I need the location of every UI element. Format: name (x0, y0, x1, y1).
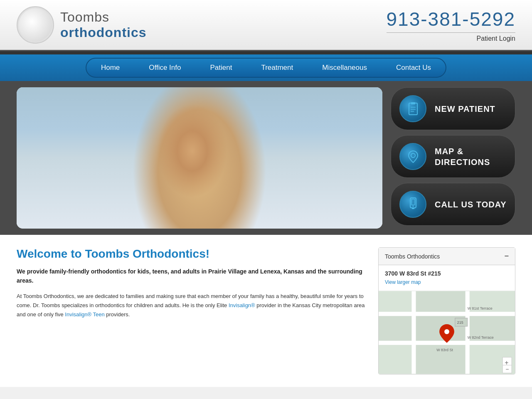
header-right: 913-381-5292 Patient Login (387, 8, 515, 42)
new-patient-icon (399, 95, 426, 122)
svg-text:+: + (505, 359, 508, 366)
logo-text: Toombs orthodontics (60, 10, 147, 40)
svg-text:215: 215 (457, 320, 463, 325)
hero-image (17, 87, 382, 229)
svg-rect-23 (409, 103, 417, 115)
welcome-title: Welcome to Toombs Orthodontics! (17, 247, 366, 261)
nav-inner: Home Office Info Patient Treatment Misce… (86, 58, 446, 78)
location-pin-icon (406, 149, 421, 164)
map-directions-icon (399, 143, 426, 170)
svg-rect-40 (379, 345, 412, 374)
map-address: 3700 W 83rd St #215 (385, 270, 509, 277)
nav-strip-dark (0, 51, 532, 54)
logo-toombs: Toombs (60, 10, 147, 25)
content-para-1: At Toombs Orthodontics, we are dedicated… (17, 292, 366, 319)
call-us-label: CALL US TODAY (435, 199, 507, 210)
svg-rect-37 (379, 316, 412, 341)
content-left: Welcome to Toombs Orthodontics! We provi… (17, 247, 366, 374)
nav-treatment[interactable]: Treatment (246, 59, 308, 77)
logo-area: Toombs orthodontics (17, 6, 147, 44)
map-header: Toombs Orthodontics − (379, 248, 515, 265)
svg-rect-30 (411, 199, 415, 205)
svg-point-31 (412, 205, 414, 207)
nav-home[interactable]: Home (86, 59, 134, 77)
svg-rect-35 (416, 291, 465, 312)
svg-rect-34 (379, 291, 412, 312)
new-patient-button[interactable]: NEW PATIENT (391, 87, 515, 130)
nav-miscellaneous[interactable]: Miscellaneous (308, 59, 382, 77)
hero-buttons: NEW PATIENT MAP & DIRECTIONS (391, 87, 515, 226)
phone-divider (387, 32, 515, 33)
phone-icon (406, 197, 421, 212)
nav-office-info[interactable]: Office Info (134, 59, 195, 77)
svg-rect-43 (379, 312, 515, 316)
map-directions-button[interactable]: MAP & DIRECTIONS (391, 135, 515, 178)
content-section: Welcome to Toombs Orthodontics! We provi… (0, 235, 532, 387)
girl-face-decoration (17, 87, 382, 229)
invisalign-link-2[interactable]: Invisalign® Teen (65, 311, 104, 318)
svg-point-28 (411, 153, 415, 158)
main-nav: Home Office Info Patient Treatment Misce… (0, 54, 532, 81)
svg-text:−: − (505, 366, 509, 372)
svg-text:W 81st Terrace: W 81st Terrace (468, 306, 493, 310)
svg-point-50 (444, 329, 449, 334)
patient-login-link[interactable]: Patient Login (387, 35, 515, 42)
nav-patient[interactable]: Patient (195, 59, 246, 77)
map-widget: Toombs Orthodontics − 3700 W 83rd St #21… (378, 247, 515, 374)
call-us-icon (399, 191, 426, 218)
map-address-bar: 3700 W 83rd St #215 View larger map (379, 265, 515, 291)
svg-rect-24 (411, 102, 415, 104)
logo-orthodontics: orthodontics (60, 25, 147, 40)
site-header: Toombs orthodontics 913-381-5292 Patient… (0, 0, 532, 51)
map-area[interactable]: W 81st Terrace W 82nd Terrace W 83rd St … (379, 291, 515, 374)
intro-bold: We provide family-friendly orthodontics … (17, 267, 366, 286)
invisalign-link-1[interactable]: Invisalign® (229, 302, 255, 308)
hero-section: NEW PATIENT MAP & DIRECTIONS (0, 81, 532, 235)
map-directions-label: MAP & DIRECTIONS (435, 146, 490, 167)
logo-circle (17, 6, 54, 44)
clipboard-icon (406, 101, 421, 116)
hero-photo (17, 87, 382, 229)
map-title: Toombs Orthodontics (385, 253, 440, 260)
logo-circle-inner (19, 8, 52, 42)
map-minimize-button[interactable]: − (504, 252, 509, 261)
svg-rect-45 (412, 291, 416, 374)
svg-rect-46 (466, 291, 470, 374)
call-us-button[interactable]: CALL US TODAY (391, 183, 515, 226)
new-patient-label: NEW PATIENT (435, 103, 495, 114)
map-larger-link[interactable]: View larger map (385, 279, 421, 285)
svg-text:W 82nd Terrace: W 82nd Terrace (468, 335, 494, 340)
nav-contact-us[interactable]: Contact Us (382, 59, 446, 77)
map-svg: W 81st Terrace W 82nd Terrace W 83rd St … (379, 291, 515, 374)
svg-text:W 83rd St: W 83rd St (436, 348, 453, 352)
phone-number: 913-381-5292 (387, 8, 515, 30)
